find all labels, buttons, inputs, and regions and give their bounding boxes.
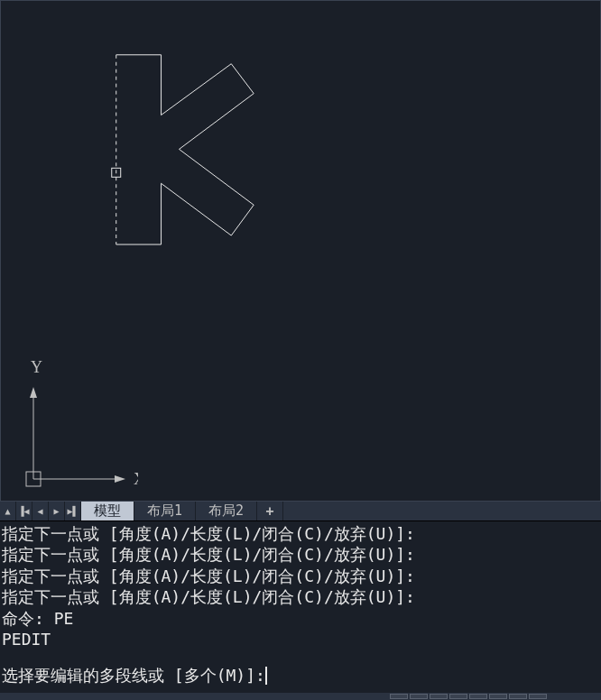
command-history-line: 指定下一点或 [角度(A)/长度(L)/闭合(C)/放弃(U)]: xyxy=(2,566,599,586)
command-history-line: 指定下一点或 [角度(A)/长度(L)/闭合(C)/放弃(U)]: xyxy=(2,544,599,565)
tab-nav-up[interactable]: ▲ xyxy=(0,502,16,520)
status-bar xyxy=(0,693,601,700)
command-history[interactable]: 指定下一点或 [角度(A)/长度(L)/闭合(C)/放弃(U)]: 指定下一点或… xyxy=(0,521,601,659)
status-button[interactable] xyxy=(469,694,487,699)
command-history-line: 指定下一点或 [角度(A)/长度(L)/闭合(C)/放弃(U)]: xyxy=(2,523,599,544)
drawing-viewport[interactable]: Y X xyxy=(0,0,601,502)
status-button[interactable] xyxy=(489,694,507,699)
tab-nav-last[interactable]: ▶▌ xyxy=(65,502,81,520)
tab-add[interactable]: + xyxy=(257,502,283,520)
tab-nav-next[interactable]: ▶ xyxy=(49,502,65,520)
command-prompt: 选择要编辑的多段线或 [多个(M)]: xyxy=(2,665,265,686)
tab-nav-first[interactable]: ▐◀ xyxy=(16,502,32,520)
layout-tab-bar: ▲ ▐◀ ◀ ▶ ▶▌ 模型 布局1 布局2 + xyxy=(0,502,601,521)
tab-nav-prev[interactable]: ◀ xyxy=(32,502,49,520)
status-button[interactable] xyxy=(529,694,547,699)
text-cursor xyxy=(265,667,267,685)
tab-model[interactable]: 模型 xyxy=(81,502,134,520)
command-history-line: 命令: PE xyxy=(2,608,599,629)
tab-nav-buttons: ▲ ▐◀ ◀ ▶ ▶▌ xyxy=(0,502,81,520)
status-button[interactable] xyxy=(509,694,527,699)
drawing-canvas[interactable] xyxy=(1,1,600,501)
tab-layout1[interactable]: 布局1 xyxy=(134,502,196,520)
status-button[interactable] xyxy=(430,694,448,699)
polyline-k-shape[interactable] xyxy=(116,55,254,244)
status-button[interactable] xyxy=(410,694,428,699)
command-history-line: PEDIT xyxy=(2,629,599,649)
command-history-line: 指定下一点或 [角度(A)/长度(L)/闭合(C)/放弃(U)]: xyxy=(2,586,599,607)
tab-layout2[interactable]: 布局2 xyxy=(196,502,257,520)
status-button[interactable] xyxy=(390,694,408,699)
status-button[interactable] xyxy=(449,694,467,699)
command-input-area[interactable]: 选择要编辑的多段线或 [多个(M)]: xyxy=(0,659,601,693)
